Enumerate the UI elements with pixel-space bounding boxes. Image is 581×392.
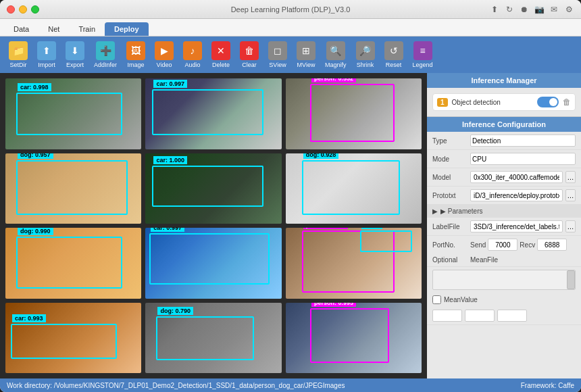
record-icon[interactable]: ⏺: [519, 4, 530, 15]
list-item[interactable]: car: 0.997: [145, 78, 281, 149]
list-item[interactable]: dog: 0.990: [5, 228, 141, 299]
params-label: ▶ Parameters: [440, 207, 482, 215]
model-input[interactable]: [470, 171, 563, 183]
toolbar-magnify[interactable]: 🔍 Magnify: [322, 39, 350, 70]
tab-train[interactable]: Train: [69, 22, 105, 36]
menu-tabs: Data Net Train Deploy: [0, 19, 581, 36]
inference-toggle[interactable]: [537, 97, 559, 107]
recv-input[interactable]: [537, 239, 567, 251]
prototxt-browse-button[interactable]: …: [565, 189, 576, 201]
detection-label-2: 0.890: [361, 228, 382, 229]
export-icon: ⬇: [66, 41, 84, 60]
traffic-lights: [7, 5, 39, 14]
toolbar-shrink[interactable]: 🔎 Shrink: [353, 39, 378, 70]
tab-data[interactable]: Data: [4, 22, 39, 36]
meanvalue-input-2[interactable]: [465, 310, 495, 322]
share-icon[interactable]: ⬆: [489, 4, 500, 15]
mail-icon[interactable]: ✉: [549, 4, 559, 15]
toolbar-audio[interactable]: ♪ Audio: [180, 39, 205, 70]
statusbar-left: Work directory: /Volumes/KINGSTON/7_DLP0…: [7, 382, 345, 389]
meanvalue-input-3[interactable]: [497, 310, 527, 322]
meanvalue-inputs-row: [427, 307, 581, 325]
detection-label: car: 0.997: [151, 228, 184, 232]
detection-label: car: 0.993: [12, 314, 46, 322]
reset-icon: ↺: [384, 41, 403, 60]
image-grid: car: 0.998 car: 0.997 person: 0.532 dog:…: [0, 73, 427, 378]
toolbar-image[interactable]: 🖼 Image: [123, 39, 149, 70]
toolbar-import[interactable]: ⬆ Import: [34, 39, 59, 70]
meanvalue-input-1[interactable]: [432, 310, 462, 322]
list-item[interactable]: car: 0.998: [5, 78, 141, 149]
detection-label: dog: 0.957: [18, 153, 53, 159]
mview-icon: ⊞: [297, 41, 315, 60]
statusbar: Work directory: /Volumes/KINGSTON/7_DLP0…: [0, 378, 581, 392]
audio-icon: ♪: [183, 41, 202, 60]
camera-icon[interactable]: 📷: [534, 4, 545, 15]
toolbar-sview[interactable]: ◻ SView: [265, 39, 290, 70]
config-optional-row: Optional MeanFile: [427, 253, 581, 267]
refresh-icon[interactable]: ↻: [504, 4, 515, 15]
tab-net[interactable]: Net: [39, 22, 69, 36]
inference-badge: 1: [437, 98, 448, 107]
detection-label: car: 0.997: [153, 80, 187, 88]
image-icon: 🖼: [126, 41, 145, 60]
settings-icon[interactable]: ⚙: [563, 4, 574, 15]
setdir-icon: 📁: [9, 41, 28, 60]
toolbar-setdir[interactable]: 📁 SetDir: [5, 39, 31, 70]
statusbar-right: Framework: Caffe: [521, 382, 574, 389]
toolbar-legend[interactable]: ≡ Legend: [409, 39, 436, 70]
params-arrow-icon: ▶: [432, 207, 438, 215]
prototxt-input[interactable]: [470, 189, 563, 201]
tab-deploy[interactable]: Deploy: [105, 22, 149, 36]
detection-label: car: 1.000: [153, 156, 187, 164]
clear-icon: 🗑: [240, 41, 259, 60]
toolbar-delete[interactable]: ✕ Delete: [208, 39, 234, 70]
list-item[interactable]: person: 0.995: [286, 303, 422, 374]
optional-label: Optional: [432, 256, 468, 264]
minimize-button[interactable]: [19, 5, 27, 14]
detection-label: dog: 0.990: [18, 228, 53, 235]
config-portno-row: PortNo. Send Recv: [427, 236, 581, 253]
config-model-row: Model …: [427, 168, 581, 187]
config-scroll-area[interactable]: [432, 270, 576, 290]
config-prototxt-row: Prototxt …: [427, 187, 581, 205]
toolbar-mview[interactable]: ⊞ MView: [293, 39, 319, 70]
list-item[interactable]: dog: 0.928: [286, 153, 422, 224]
titlebar-actions: ⬆ ↻ ⏺ 📷 ✉ ⚙: [489, 4, 574, 15]
optional-value: MeanFile: [470, 256, 498, 264]
toolbar-clear[interactable]: 🗑 Clear: [236, 39, 262, 70]
labelfile-browse-button[interactable]: …: [565, 220, 576, 232]
magnify-icon: 🔍: [326, 41, 345, 60]
meanvalue-checkbox[interactable]: [432, 295, 441, 304]
send-recv-group: Send Recv: [470, 239, 576, 251]
close-button[interactable]: [7, 5, 15, 14]
list-item[interactable]: person: 0.702 0.890: [286, 228, 422, 299]
labelfile-input[interactable]: [470, 220, 563, 232]
list-item[interactable]: dog: 0.790: [145, 303, 281, 374]
inference-delete-icon[interactable]: 🗑: [563, 97, 571, 107]
list-item[interactable]: dog: 0.957: [5, 153, 141, 224]
mode-select[interactable]: CPU: [470, 153, 576, 165]
toolbar-reset[interactable]: ↺ Reset: [381, 39, 407, 70]
maximize-button[interactable]: [31, 5, 39, 14]
toolbar-addinfer[interactable]: ➕ AddInfer: [91, 39, 120, 70]
type-select[interactable]: Detection: [470, 134, 576, 147]
scrollbar-thumb[interactable]: [567, 270, 575, 289]
meanvalue-label: MeanValue: [444, 296, 478, 303]
detection-label: person: 0.995: [311, 303, 356, 307]
sview-icon: ◻: [268, 41, 287, 60]
parameters-toggle[interactable]: ▶ ▶ Parameters: [427, 205, 581, 218]
send-input[interactable]: [488, 239, 517, 251]
model-browse-button[interactable]: …: [565, 171, 576, 183]
inference-item-label: Object detection: [452, 99, 533, 106]
right-panel: Inference Manager 1 Object detection 🗑 I…: [427, 73, 581, 378]
toolbar-export[interactable]: ⬇ Export: [62, 39, 88, 70]
config-labelfile-row: LabelFile …: [427, 218, 581, 236]
list-item[interactable]: car: 0.997: [145, 228, 281, 299]
delete-icon: ✕: [211, 41, 230, 60]
list-item[interactable]: person: 0.532: [286, 78, 422, 149]
list-item[interactable]: car: 1.000: [145, 153, 281, 224]
toolbar-video[interactable]: ▶ Video: [151, 39, 177, 70]
list-item[interactable]: car: 0.993: [5, 303, 141, 374]
inference-config-body: Type Detection Mode CPU Model …: [427, 132, 581, 378]
